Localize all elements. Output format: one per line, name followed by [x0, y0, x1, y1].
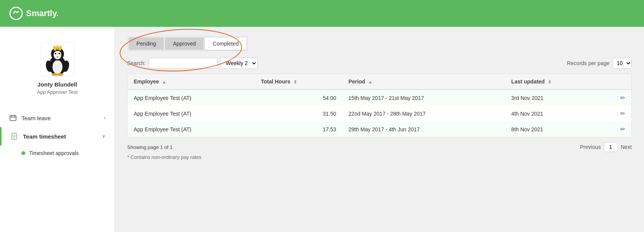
period-sort-icon: ▲ [368, 80, 372, 84]
col-period[interactable]: Period ▲ [342, 74, 505, 90]
search-row: Search: Weekly 2 Records per page 10 25 … [127, 57, 632, 69]
cell-total-hours: 54.00 [255, 90, 342, 106]
col-last-updated[interactable]: Last updated ⇕ [505, 74, 600, 90]
svg-point-7 [55, 53, 56, 54]
cell-total-hours: 31.50 [255, 106, 342, 121]
tab-pending[interactable]: Pending [129, 38, 164, 50]
showing-text: Showing page 1 of 1 [127, 144, 173, 150]
cell-action: ✏ [600, 121, 631, 137]
team-leave-label: Team leave [21, 115, 51, 121]
cell-total-hours: 17.53 [255, 121, 342, 137]
search-input[interactable] [149, 58, 218, 69]
col-total-hours[interactable]: Total Hours ⇕ [255, 74, 342, 90]
sidebar: Jonty Blundell App Approver Test Team le… [0, 27, 115, 232]
edit-icon[interactable]: ✏ [620, 126, 625, 132]
last-updated-sort-icon: ⇕ [548, 80, 551, 84]
document-icon [11, 132, 18, 140]
logo-text: Smartly. [26, 8, 59, 18]
records-label: Records per page [567, 60, 610, 66]
search-left: Search: Weekly 2 [127, 57, 257, 69]
svg-point-0 [10, 7, 22, 20]
svg-rect-17 [10, 116, 16, 121]
tab-completed[interactable]: Completed [205, 38, 246, 50]
records-per-page-select[interactable]: 10 25 50 [613, 58, 632, 69]
cell-period: 15th May 2017 - 21st May 2017 [342, 90, 505, 106]
footnote: * Contains non-ordinary pay rates [127, 154, 632, 160]
profile-name: Jonty Blundell [38, 81, 77, 88]
pagination: Previous 1 Next [580, 142, 632, 152]
app-header: Smartly. [0, 0, 644, 27]
edit-icon[interactable]: ✏ [620, 110, 625, 117]
team-leave-chevron: › [104, 115, 105, 121]
tabs: Pending Approved Completed [127, 36, 248, 51]
tab-approved[interactable]: Approved [165, 38, 203, 50]
svg-point-11 [56, 45, 59, 50]
dot-icon [21, 151, 25, 155]
main-content: Pending Approved Completed Search: Weekl… [115, 27, 644, 232]
svg-point-2 [52, 60, 62, 74]
cell-last-updated: 8th Nov 2021 [505, 121, 600, 137]
col-action [600, 74, 631, 90]
data-table: Employee ▲ Total Hours ⇕ Period ▲ Last [127, 74, 632, 137]
avatar [40, 42, 75, 77]
table-row: App Employee Test (AT) 31.50 22nd May 20… [128, 106, 631, 121]
table-header-row: Employee ▲ Total Hours ⇕ Period ▲ Last [128, 74, 631, 90]
cell-employee: App Employee Test (AT) [128, 106, 255, 121]
profile-section: Jonty Blundell App Approver Test [0, 34, 115, 103]
cell-employee: App Employee Test (AT) [128, 121, 255, 137]
profile-role: App Approver Test [37, 89, 78, 95]
search-label: Search: [127, 60, 146, 66]
period-select[interactable]: Weekly 2 [221, 57, 257, 69]
timesheet-approvals-label: Timesheet approvals [29, 150, 79, 156]
cell-last-updated: 3rd Nov 2021 [505, 90, 600, 106]
svg-point-8 [59, 53, 60, 54]
cell-period: 29th May 2017 - 4th Jun 2017 [342, 121, 505, 137]
table-row: App Employee Test (AT) 17.53 29th May 20… [128, 121, 631, 137]
col-employee[interactable]: Employee ▲ [128, 74, 255, 90]
cell-action: ✏ [600, 90, 631, 106]
team-timesheet-label: Team timesheet [23, 133, 66, 140]
cell-employee: App Employee Test (AT) [128, 90, 255, 106]
sidebar-item-team-timesheet[interactable]: Team timesheet ∨ [0, 127, 115, 145]
next-label[interactable]: Next [621, 144, 632, 150]
sidebar-item-team-leave[interactable]: Team leave › [0, 109, 115, 127]
team-timesheet-chevron: ∨ [102, 134, 105, 139]
edit-icon[interactable]: ✏ [620, 95, 625, 101]
table-footer: Showing page 1 of 1 Previous 1 Next [127, 142, 632, 152]
cell-period: 22nd May 2017 - 28th May 2017 [342, 106, 505, 121]
cell-last-updated: 4th Nov 2021 [505, 106, 600, 121]
calendar-icon [9, 114, 17, 122]
employee-sort-icon: ▲ [162, 80, 166, 84]
previous-label[interactable]: Previous [580, 144, 601, 150]
total-hours-sort-icon: ⇕ [293, 80, 297, 84]
current-page[interactable]: 1 [604, 142, 618, 152]
tabs-wrapper: Pending Approved Completed [127, 36, 248, 51]
cell-action: ✏ [600, 106, 631, 121]
sidebar-item-timesheet-approvals[interactable]: Timesheet approvals [0, 145, 115, 161]
main-layout: Jonty Blundell App Approver Test Team le… [0, 27, 644, 232]
records-right: Records per page 10 25 50 [567, 58, 632, 69]
logo: Smartly. [9, 7, 59, 20]
table-row: App Employee Test (AT) 54.00 15th May 20… [128, 90, 631, 106]
